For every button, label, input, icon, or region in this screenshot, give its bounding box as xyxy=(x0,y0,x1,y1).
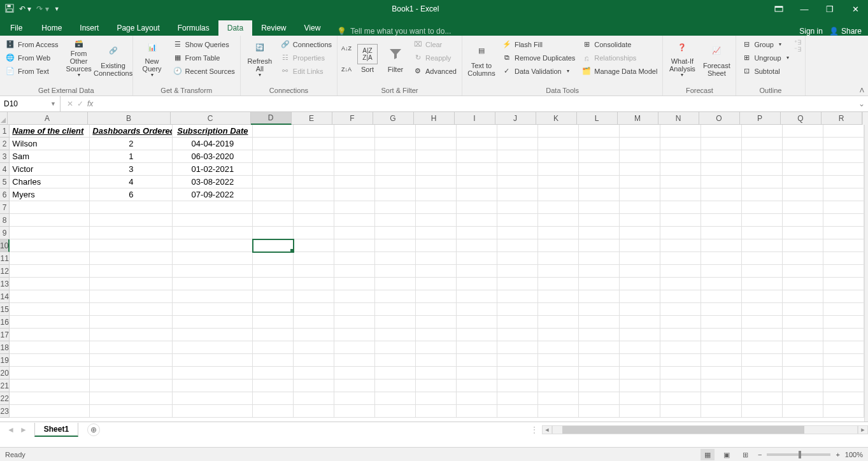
cell-A14[interactable] xyxy=(10,290,90,303)
cell-M2[interactable] xyxy=(620,138,660,150)
cell-K16[interactable] xyxy=(538,316,579,329)
tab-formulas[interactable]: Formulas xyxy=(169,20,218,36)
cell-K8[interactable] xyxy=(538,214,579,227)
cell-J14[interactable] xyxy=(497,290,538,303)
cell-F19[interactable] xyxy=(334,354,375,367)
cell-K20[interactable] xyxy=(538,367,579,379)
cell-L13[interactable] xyxy=(579,278,620,290)
cell-K4[interactable] xyxy=(538,163,579,176)
namebox-dropdown-icon[interactable]: ▼ xyxy=(50,101,56,107)
row-header-22[interactable]: 22 xyxy=(0,392,10,405)
cell-E15[interactable] xyxy=(294,303,334,316)
cell-G15[interactable] xyxy=(375,303,416,316)
cell-P19[interactable] xyxy=(742,354,783,367)
cell-O11[interactable] xyxy=(701,252,742,265)
cell-E19[interactable] xyxy=(294,354,334,367)
cell-D14[interactable] xyxy=(253,290,294,303)
column-header-N[interactable]: N xyxy=(658,112,699,125)
cell-O5[interactable] xyxy=(701,176,742,188)
cell-D3[interactable] xyxy=(253,150,294,163)
cell-I5[interactable] xyxy=(457,176,497,188)
cell-R3[interactable] xyxy=(823,150,864,163)
cell-O19[interactable] xyxy=(701,354,742,367)
cell-P11[interactable] xyxy=(742,252,783,265)
cell-D5[interactable] xyxy=(253,176,294,188)
select-all-button[interactable] xyxy=(0,112,8,125)
cell-R6[interactable] xyxy=(823,188,864,201)
cell-J1[interactable] xyxy=(497,125,538,138)
redo-icon[interactable]: ↷ ▾ xyxy=(36,4,48,13)
cell-L10[interactable] xyxy=(579,239,620,252)
cell-F2[interactable] xyxy=(334,138,375,150)
tab-view[interactable]: View xyxy=(295,20,330,36)
undo-icon[interactable]: ↶ ▾ xyxy=(19,4,31,13)
cell-C12[interactable] xyxy=(173,265,253,278)
row-header-10[interactable]: 10 xyxy=(0,239,10,252)
cell-F22[interactable] xyxy=(334,392,375,405)
horizontal-scrollbar[interactable] xyxy=(552,425,858,434)
cell-G11[interactable] xyxy=(375,252,416,265)
cell-M16[interactable] xyxy=(620,316,660,329)
cell-F17[interactable] xyxy=(334,329,375,341)
row-header-5[interactable]: 5 xyxy=(0,176,10,188)
cell-B14[interactable] xyxy=(90,290,173,303)
cell-F6[interactable] xyxy=(334,188,375,201)
cell-D6[interactable] xyxy=(253,188,294,201)
cell-F12[interactable] xyxy=(334,265,375,278)
cell-J6[interactable] xyxy=(497,188,538,201)
column-header-F[interactable]: F xyxy=(332,112,373,125)
cell-I21[interactable] xyxy=(457,379,497,392)
cell-I19[interactable] xyxy=(457,354,497,367)
cell-D1[interactable] xyxy=(253,125,294,138)
cell-C6[interactable]: 07-09-2022 xyxy=(173,188,253,201)
cell-E2[interactable] xyxy=(294,138,334,150)
cell-P23[interactable] xyxy=(742,405,783,418)
cell-F10[interactable] xyxy=(334,239,375,252)
qat-customize-icon[interactable]: ▼ xyxy=(54,6,60,12)
forecast-sheet-button[interactable]: 📈Forecast Sheet xyxy=(700,38,733,80)
cell-M17[interactable] xyxy=(620,329,660,341)
cell-E23[interactable] xyxy=(294,405,334,418)
cell-R15[interactable] xyxy=(823,303,864,316)
cell-G16[interactable] xyxy=(375,316,416,329)
page-break-view-icon[interactable]: ⊞ xyxy=(739,449,753,460)
cell-C5[interactable]: 03-08-2022 xyxy=(173,176,253,188)
row-header-19[interactable]: 19 xyxy=(0,354,10,367)
edit-links-button[interactable]: ⚯Edit Links xyxy=(278,64,334,78)
cell-P9[interactable] xyxy=(742,227,783,239)
cell-H12[interactable] xyxy=(416,265,457,278)
column-header-G[interactable]: G xyxy=(373,112,414,125)
cell-B23[interactable] xyxy=(90,405,173,418)
row-header-7[interactable]: 7 xyxy=(0,201,10,214)
cell-E12[interactable] xyxy=(294,265,334,278)
cell-A10[interactable] xyxy=(10,239,90,252)
cell-P1[interactable] xyxy=(742,125,783,138)
cell-L5[interactable] xyxy=(579,176,620,188)
cell-G21[interactable] xyxy=(375,379,416,392)
cell-D17[interactable] xyxy=(253,329,294,341)
cell-O7[interactable] xyxy=(701,201,742,214)
cell-F15[interactable] xyxy=(334,303,375,316)
cell-P18[interactable] xyxy=(742,341,783,354)
cell-E10[interactable] xyxy=(294,239,334,252)
cell-Q13[interactable] xyxy=(783,278,823,290)
cell-N16[interactable] xyxy=(660,316,701,329)
cell-R4[interactable] xyxy=(823,163,864,176)
cell-C16[interactable] xyxy=(173,316,253,329)
row-header-14[interactable]: 14 xyxy=(0,290,10,303)
cell-H4[interactable] xyxy=(416,163,457,176)
cell-O4[interactable] xyxy=(701,163,742,176)
formula-input[interactable] xyxy=(99,99,855,108)
remove-duplicates-button[interactable]: ⧉Remove Duplicates xyxy=(499,51,578,64)
cell-L8[interactable] xyxy=(579,214,620,227)
close-icon[interactable]: ✕ xyxy=(843,4,868,14)
cell-A23[interactable] xyxy=(10,405,90,418)
cell-L20[interactable] xyxy=(579,367,620,379)
cell-I3[interactable] xyxy=(457,150,497,163)
cell-M18[interactable] xyxy=(620,341,660,354)
column-header-P[interactable]: P xyxy=(740,112,781,125)
column-header-H[interactable]: H xyxy=(414,112,455,125)
hide-detail-icon[interactable]: ⁻∃ xyxy=(794,46,801,53)
hscroll-right-icon[interactable]: ► xyxy=(858,425,868,434)
cell-K11[interactable] xyxy=(538,252,579,265)
